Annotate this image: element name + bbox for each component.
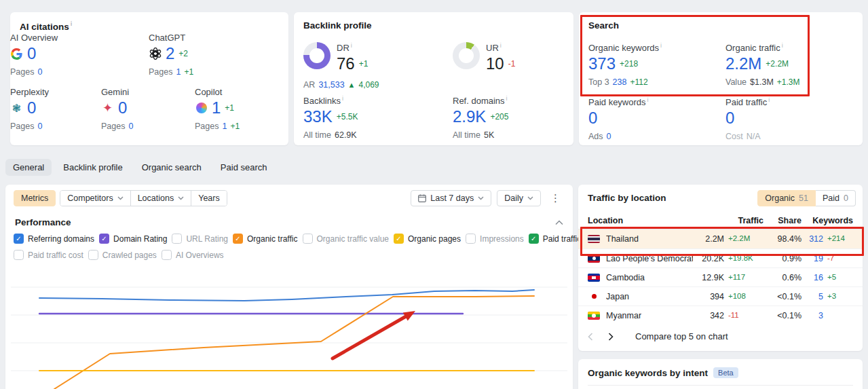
share-value: 0.6% [763, 273, 801, 282]
citations-value[interactable]: 0 [118, 99, 127, 117]
pages-value[interactable]: 0 [37, 122, 42, 131]
info-icon[interactable]: i [660, 42, 662, 49]
ahrefs-rank: AR 31,533 ▲ 4,069 [303, 80, 379, 90]
search-title: Search [588, 20, 853, 31]
url-rating-stat: URi 10-1 [453, 42, 515, 73]
location-name: Lao People's Democratic Reput [606, 254, 693, 263]
ai-source-label: ChatGPT [149, 33, 193, 43]
checkbox-impressions[interactable]: Impressions [466, 234, 524, 244]
ur-donut-chart [453, 42, 480, 69]
date-range-dropdown[interactable]: Last 7 days [411, 190, 491, 206]
unchecked-checkbox-icon[interactable] [303, 234, 313, 244]
keywords-value[interactable]: 3 [801, 311, 823, 320]
pages-value[interactable]: 0 [128, 122, 133, 131]
unchecked-checkbox-icon[interactable] [88, 250, 98, 260]
ur-delta: -1 [508, 59, 516, 69]
more-options-kebab-icon[interactable]: ⋮ [546, 191, 565, 206]
location-row-cambodia[interactable]: Cambodia12.9K+1170.6%16+5 [578, 267, 863, 286]
checkbox-paid-traffic-cost[interactable]: Paid traffic cost [14, 250, 83, 260]
info-icon[interactable]: i [506, 95, 508, 102]
prev-page-chevron-icon[interactable] [588, 333, 593, 341]
checked-checkbox-icon[interactable]: ✓ [233, 234, 243, 244]
citations-value[interactable]: 0 [27, 99, 36, 117]
info-icon[interactable]: i [768, 96, 770, 103]
tab-paid-search[interactable]: Paid search [213, 159, 275, 176]
paid-toggle-button[interactable]: Paid0 [816, 190, 856, 206]
unchecked-checkbox-icon[interactable] [466, 234, 476, 244]
location-row-thailand[interactable]: Thailand2.2M+2.2M98.4%312+214 [578, 229, 863, 248]
checked-checkbox-icon[interactable]: ✓ [14, 234, 24, 244]
citations-value[interactable]: 1 [212, 99, 221, 117]
top3-value[interactable]: 238 [613, 77, 627, 87]
checkbox-paid-traffic[interactable]: ✓Paid traffic [529, 234, 581, 244]
checkbox-organic-traffic[interactable]: ✓Organic traffic [233, 234, 297, 244]
traffic-value: 12.9K [693, 273, 724, 282]
checked-checkbox-icon[interactable]: ✓ [394, 234, 404, 244]
unchecked-checkbox-icon[interactable] [14, 250, 24, 260]
checked-checkbox-icon[interactable]: ✓ [529, 234, 539, 244]
compare-top5-link[interactable]: Compare top 5 on chart [635, 331, 728, 341]
backlinks-value[interactable]: 33K [303, 108, 333, 126]
organic-toggle-button[interactable]: Organic51 [757, 190, 816, 206]
citations-delta: +1 [225, 103, 234, 113]
filters-toolbar: Metrics Competitors Locations Years [14, 190, 227, 206]
granularity-dropdown[interactable]: Daily [497, 190, 541, 206]
info-icon[interactable]: i [71, 20, 73, 27]
metrics-button[interactable]: Metrics [14, 190, 56, 206]
ref-domains-value[interactable]: 2.9K [453, 108, 486, 126]
citations-delta: +2 [178, 49, 188, 58]
organic-traffic-value[interactable]: 2.2M [725, 55, 761, 73]
citations-value[interactable]: 2 [166, 45, 174, 62]
unchecked-checkbox-icon[interactable] [162, 250, 172, 260]
ur-label: URi [486, 42, 515, 53]
ar-value[interactable]: 31,533 [318, 80, 344, 90]
location-row-lao-people-s-democratic-reput[interactable]: Lao People's Democratic Reput20.2K+19.8K… [578, 248, 863, 267]
paid-keywords-value[interactable]: 0 [588, 109, 597, 127]
keywords-value[interactable]: 312 [801, 234, 823, 244]
checkbox-ai-overviews[interactable]: AI Overviews [162, 250, 224, 260]
beta-badge: Beta [713, 367, 738, 378]
info-icon[interactable]: i [500, 42, 502, 49]
traffic-delta: +117 [728, 273, 763, 282]
traffic-value: 2.2M [693, 234, 724, 244]
pages-value[interactable]: 0 [37, 67, 42, 77]
next-page-chevron-icon[interactable] [608, 333, 614, 341]
checkbox-crawled-pages[interactable]: Crawled pages [88, 250, 157, 260]
info-icon[interactable]: i [782, 42, 783, 49]
keywords-value[interactable]: 19 [801, 254, 823, 263]
keywords-value[interactable]: 16 [801, 273, 823, 282]
overview-panel: Metrics Competitors Locations Years Last… [5, 185, 573, 389]
location-row-japan[interactable]: Japan394+108<0.1%5+3 [578, 286, 863, 305]
traffic-value: 20.2K [693, 254, 724, 263]
info-icon[interactable]: i [647, 96, 649, 103]
calendar-icon [418, 194, 426, 202]
organic-keywords-value[interactable]: 373 [588, 55, 616, 73]
dashboard: AI citationsi AI Overview0Pages0ChatGPT2… [0, 0, 868, 389]
checkbox-referring-domains[interactable]: ✓Referring domains [14, 234, 94, 244]
info-icon[interactable]: i [342, 95, 343, 102]
pages-value[interactable]: 1 [222, 122, 227, 131]
collapse-chevron-up-icon[interactable] [555, 217, 563, 227]
paid-traffic-value: 0 [725, 109, 734, 127]
tab-organic-search[interactable]: Organic search [134, 159, 209, 176]
checkbox-organic-traffic-value[interactable]: Organic traffic value [303, 234, 390, 244]
competitors-dropdown[interactable]: Competitors [60, 191, 130, 206]
tab-general[interactable]: General [5, 159, 52, 176]
unchecked-checkbox-icon[interactable] [172, 234, 182, 244]
keywords-value[interactable]: 5 [801, 292, 823, 301]
checkbox-domain-rating[interactable]: ✓Domain Rating [99, 234, 167, 244]
locations-dropdown[interactable]: Locations [130, 191, 191, 206]
info-icon[interactable]: i [351, 42, 352, 49]
keywords-delta: -7 [827, 254, 853, 263]
checkbox-url-rating[interactable]: URL Rating [172, 234, 228, 244]
locations-table-header: Location Traffic Share Keywords [578, 212, 863, 229]
backlinks-stat: Backlinksi 33K+5.5K All time62.9K [303, 95, 358, 140]
checked-checkbox-icon[interactable]: ✓ [99, 234, 109, 244]
performance-chart[interactable] [5, 265, 573, 389]
citations-value[interactable]: 0 [27, 45, 36, 62]
years-button[interactable]: Years [191, 191, 227, 206]
checkbox-organic-pages[interactable]: ✓Organic pages [394, 234, 461, 244]
location-row-myanmar[interactable]: Myanmar342-11<0.1%3 [578, 305, 863, 325]
pages-value[interactable]: 1 [176, 67, 181, 77]
tab-backlink-profile[interactable]: Backlink profile [56, 159, 130, 176]
